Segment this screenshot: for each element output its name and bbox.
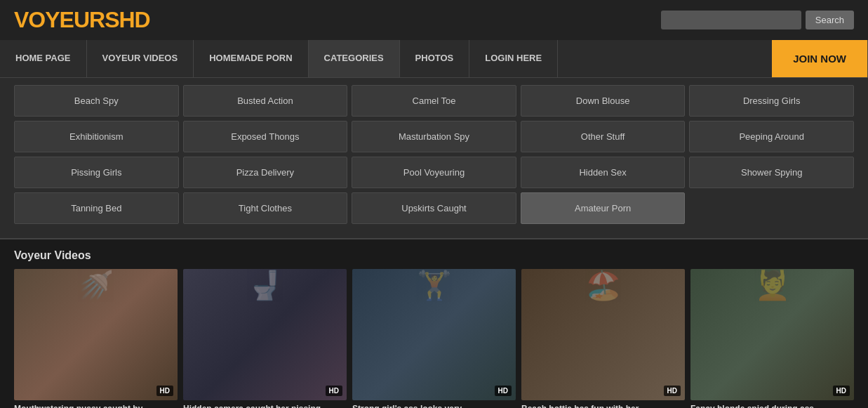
video-title: Hidden camera caught her pissing... xyxy=(183,404,347,408)
video-title: Strong girl's ass looks very... xyxy=(352,404,516,408)
hd-badge: HD xyxy=(664,386,681,396)
cat-peeping-around[interactable]: Peeping Around xyxy=(689,121,854,152)
cat-shower-spying[interactable]: Shower Spying xyxy=(689,157,854,188)
video-card[interactable]: 💆 HD Fancy blonde spied during ass... Se… xyxy=(690,269,854,408)
video-card[interactable]: 🏖️ HD Beach hottie has fun with her... S… xyxy=(521,269,685,408)
cat-other-stuff[interactable]: Other Stuff xyxy=(521,121,686,152)
cat-camel-toe[interactable]: Camel Toe xyxy=(352,85,516,117)
search-input[interactable] xyxy=(661,11,801,29)
hd-badge: HD xyxy=(156,386,173,396)
logo: VOYEURSHD xyxy=(14,7,150,33)
video-thumb-4: 🏖️ HD xyxy=(521,269,685,400)
video-card[interactable]: 🏋️ HD Strong girl's ass looks very... Th… xyxy=(352,269,516,408)
video-card[interactable]: 🚽 HD Hidden camera caught her pissing...… xyxy=(183,269,347,408)
cat-exhibitionism[interactable]: Exhibitionism xyxy=(14,121,179,152)
cat-beach-spy[interactable]: Beach Spy xyxy=(14,85,179,117)
video-title: Mouthwatering pussy caught by... xyxy=(14,404,178,408)
cat-tanning-bed[interactable]: Tanning Bed xyxy=(14,192,179,224)
nav-categories[interactable]: CATEGORIES xyxy=(309,40,400,77)
cat-hidden-sex[interactable]: Hidden Sex xyxy=(521,157,686,188)
main-nav: HOME PAGE VOYEUR VIDEOS HOMEMADE PORN CA… xyxy=(0,40,868,78)
cat-dressing-girls[interactable]: Dressing Girls xyxy=(689,85,854,117)
categories-dropdown: Beach Spy Busted Action Camel Toe Down B… xyxy=(0,78,868,239)
cat-upskirts-caught[interactable]: Upskirts Caught xyxy=(352,192,516,224)
cat-tight-clothes[interactable]: Tight Clothes xyxy=(183,192,348,224)
video-title: Fancy blonde spied during ass... xyxy=(690,404,854,408)
nav-voyeur-videos[interactable]: VOYEUR VIDEOS xyxy=(87,40,194,77)
cat-exposed-thongs[interactable]: Exposed Thongs xyxy=(183,121,348,152)
cat-busted-action[interactable]: Busted Action xyxy=(183,85,348,117)
cat-pool-voyeuring[interactable]: Pool Voyeuring xyxy=(352,157,516,188)
video-thumb-3: 🏋️ HD xyxy=(352,269,516,400)
video-thumb-1: 🚿 HD xyxy=(14,269,178,400)
hd-badge: HD xyxy=(833,386,850,396)
nav-photos[interactable]: PHOTOS xyxy=(400,40,470,77)
nav-join-now[interactable]: JOIN NOW xyxy=(772,40,868,77)
search-area: Search xyxy=(661,11,854,29)
logo-accent: HD xyxy=(119,7,149,32)
cat-pizza-delivery[interactable]: Pizza Delivery xyxy=(183,157,348,188)
video-card[interactable]: 🚿 HD Mouthwatering pussy caught by... It… xyxy=(14,269,178,408)
cat-masturbation-spy[interactable]: Masturbation Spy xyxy=(352,121,516,152)
cat-down-blouse[interactable]: Down Blouse xyxy=(521,85,686,117)
nav-home[interactable]: HOME PAGE xyxy=(0,40,87,77)
hd-badge: HD xyxy=(495,386,512,396)
nav-homemade-porn[interactable]: HOMEMADE PORN xyxy=(194,40,308,77)
hd-badge: HD xyxy=(326,386,342,396)
cat-amateur-porn[interactable]: Amateur Porn xyxy=(521,192,686,224)
search-button[interactable]: Search xyxy=(806,11,854,29)
logo-main: VOYEURS xyxy=(14,7,119,32)
video-thumb-2: 🚽 HD xyxy=(183,269,347,400)
cat-pissing-girls[interactable]: Pissing Girls xyxy=(14,157,179,188)
header: VOYEURSHD Search xyxy=(0,0,868,40)
video-title: Beach hottie has fun with her... xyxy=(521,404,685,408)
categories-grid: Beach Spy Busted Action Camel Toe Down B… xyxy=(14,85,854,224)
videos-grid: 🚿 HD Mouthwatering pussy caught by... It… xyxy=(0,269,868,408)
video-thumb-5: 💆 HD xyxy=(690,269,854,400)
videos-section-title: Voyeur Videos xyxy=(0,239,868,269)
nav-login[interactable]: LOGIN HERE xyxy=(469,40,558,77)
